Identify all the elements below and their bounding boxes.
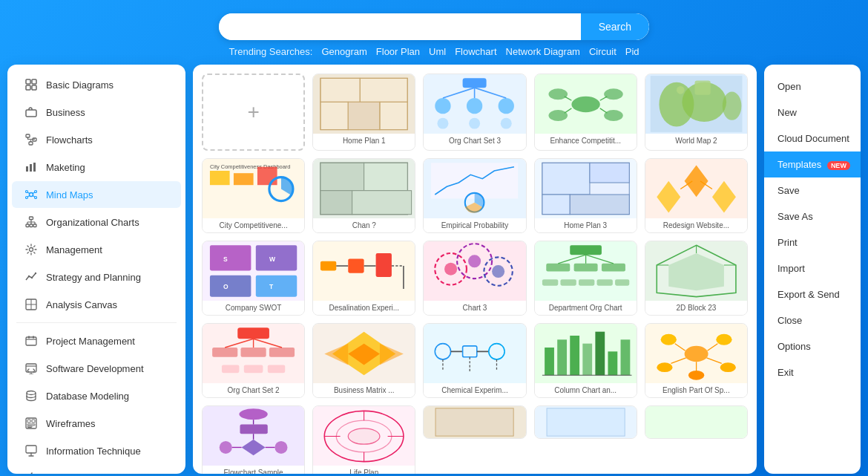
sidebar-item-label: Business <box>46 107 85 118</box>
template-card-chart-3[interactable]: Chart 3 <box>423 241 526 316</box>
trending-circuit[interactable]: Circuit <box>589 46 617 57</box>
svg-point-58 <box>438 118 449 129</box>
sidebar-item-analysis[interactable]: Analysis Canvas <box>12 291 181 318</box>
template-card-bottom-3[interactable] <box>645 405 748 439</box>
template-card-org-chart-3[interactable]: Org Chart Set 3 <box>423 74 526 151</box>
template-card-bottom-1[interactable] <box>423 405 526 439</box>
template-label: Chart 3 <box>424 301 525 315</box>
analysis-icon <box>24 297 39 312</box>
sidebar-item-org-charts[interactable]: Organizational Charts <box>12 209 181 235</box>
panel-item-templates[interactable]: Templates NEW <box>764 151 861 177</box>
template-card-empirical[interactable]: Empirical Probability <box>423 158 526 233</box>
svg-text:O: O <box>223 283 228 290</box>
header: Search Trending Searches: Genogram Floor… <box>0 0 868 65</box>
template-card-home-plan-1[interactable]: Home Plan 1 <box>312 74 415 151</box>
panel-item-exit[interactable]: Exit <box>764 359 861 385</box>
template-card-chemical[interactable]: Chemical Experim... <box>423 323 526 398</box>
svg-line-174 <box>671 358 685 363</box>
svg-text:City Competitiveness Dashboard: City Competitiveness Dashboard <box>210 163 291 170</box>
template-card-english-part[interactable]: English Part Of Sp... <box>645 323 748 398</box>
sidebar-item-info-tech[interactable]: Information Technique <box>12 437 181 464</box>
template-card-column-chart[interactable]: Column Chart an... <box>534 323 637 398</box>
svg-point-59 <box>470 118 481 129</box>
org-icon <box>24 215 39 229</box>
svg-rect-3 <box>32 85 36 90</box>
template-card-bottom-2[interactable] <box>534 405 637 439</box>
sidebar-item-electrical[interactable]: Electrical Engineering <box>12 465 181 474</box>
svg-rect-139 <box>269 348 295 357</box>
svg-rect-99 <box>256 245 297 270</box>
template-card-business-matrix[interactable]: Business Matrix ... <box>312 323 415 398</box>
template-card-redesign[interactable]: Redesign Website... <box>645 158 748 233</box>
template-card-home-plan-3[interactable]: Home Plan 3 <box>534 158 637 233</box>
panel-item-export-send[interactable]: Export & Send <box>764 281 861 307</box>
sidebar-item-mind-maps[interactable]: Mind Maps <box>12 181 181 208</box>
trending-genogram[interactable]: Genogram <box>321 46 366 57</box>
chart-icon <box>24 270 39 284</box>
sidebar-item-maketing[interactable]: Maketing <box>12 154 181 180</box>
template-label: City Competitivene... <box>203 218 304 232</box>
sidebar-item-software[interactable]: Software Development <box>12 355 181 382</box>
briefcase-icon <box>24 105 39 120</box>
template-card-swot[interactable]: S W O T Company SWOT <box>202 241 305 316</box>
template-card-world-map[interactable]: World Map 2 <box>645 74 748 151</box>
svg-line-69 <box>599 108 607 113</box>
search-input[interactable] <box>219 13 581 40</box>
svg-rect-129 <box>596 279 612 286</box>
svg-rect-110 <box>376 253 392 277</box>
sidebar-item-label: Organizational Charts <box>46 217 139 228</box>
template-card-flowchart[interactable]: Flowchart Sample <box>202 405 305 474</box>
svg-point-150 <box>435 344 451 359</box>
svg-point-73 <box>723 91 742 120</box>
template-card-enhance[interactable]: Enhance Competitit... <box>534 74 637 151</box>
template-card-city[interactable]: City Competitiveness Dashboard City Comp… <box>202 158 305 233</box>
svg-rect-34 <box>32 420 35 423</box>
panel-item-options[interactable]: Options <box>764 333 861 359</box>
new-template-card[interactable]: + <box>202 74 305 151</box>
template-card-2d-block[interactable]: 2D Block 23 <box>645 241 748 316</box>
sidebar-item-basic-diagrams[interactable]: Basic Diagrams <box>12 71 181 98</box>
sidebar-item-management[interactable]: Management <box>12 236 181 263</box>
trending-network-diagram[interactable]: Network Diagram <box>506 46 580 57</box>
svg-rect-35 <box>27 424 35 426</box>
svg-rect-108 <box>348 258 364 273</box>
svg-rect-36 <box>27 426 32 428</box>
trending-flowchart[interactable]: Flowchart <box>455 46 496 57</box>
sidebar-item-strategy[interactable]: Strategy and Planning <box>12 264 181 290</box>
panel-item-new[interactable]: New <box>764 100 861 125</box>
panel-item-save-as[interactable]: Save As <box>764 203 861 229</box>
template-card-desalination[interactable]: Desalination Experi... <box>312 241 415 316</box>
info-icon <box>24 443 39 458</box>
sidebar-item-business[interactable]: Business <box>12 99 181 125</box>
panel-item-open[interactable]: Open <box>764 74 861 100</box>
sidebar-item-wireframes[interactable]: Wireframes <box>12 410 181 437</box>
panel-item-cloud-doc[interactable]: Cloud Document <box>764 125 861 151</box>
sidebar-item-label: Wireframes <box>46 418 95 429</box>
sidebar-item-project[interactable]: Project Management <box>12 327 181 354</box>
template-label: Business Matrix ... <box>313 383 415 397</box>
svg-point-53 <box>467 98 482 114</box>
svg-rect-106 <box>320 261 336 271</box>
svg-point-116 <box>444 263 457 276</box>
svg-rect-27 <box>26 337 36 345</box>
svg-rect-119 <box>570 245 602 255</box>
svg-marker-179 <box>242 440 266 455</box>
trending-floor-plan[interactable]: Floor Plan <box>376 46 420 57</box>
sidebar-item-label: Project Management <box>46 336 135 347</box>
sidebar-item-label: Database Modeling <box>46 391 129 402</box>
template-card-life-plan[interactable]: Life Plan <box>312 405 415 474</box>
template-card-chan[interactable]: Chan ? <box>312 158 415 233</box>
trending-pid[interactable]: Pid <box>625 46 640 57</box>
panel-item-save[interactable]: Save <box>764 177 861 203</box>
template-card-org-set2[interactable]: Org Chart Set 2 <box>202 323 305 398</box>
panel-item-print[interactable]: Print <box>764 229 861 255</box>
template-card-dept-org[interactable]: Department Org Chart <box>534 241 637 316</box>
sidebar-item-database[interactable]: Database Modeling <box>12 382 181 409</box>
sidebar-item-label: Mind Maps <box>46 189 93 200</box>
template-label: Column Chart an... <box>535 383 637 397</box>
search-button[interactable]: Search <box>581 13 649 40</box>
sidebar-item-flowcharts[interactable]: Flowcharts <box>12 126 181 153</box>
panel-item-close[interactable]: Close <box>764 307 861 333</box>
trending-uml[interactable]: Uml <box>429 46 446 57</box>
panel-item-import[interactable]: Import <box>764 255 861 281</box>
